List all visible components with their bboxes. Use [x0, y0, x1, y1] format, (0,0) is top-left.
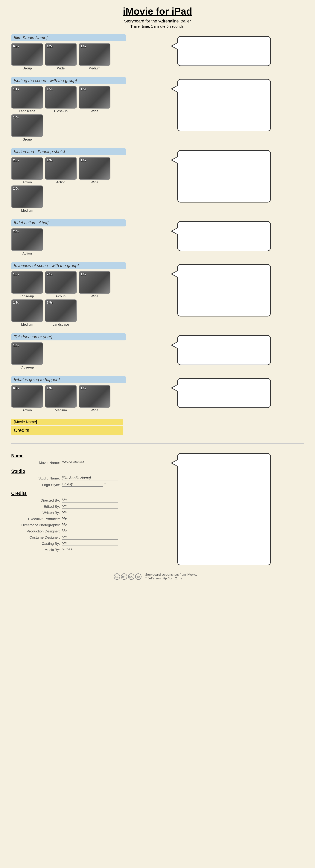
- thumb-duration: 1.9s: [81, 386, 86, 390]
- thumb-label: Wide: [57, 66, 65, 70]
- thumb-item-action-panning-0-1: 1.9s Action: [45, 157, 77, 184]
- section-what-happening-right: [138, 376, 304, 408]
- section-setting-scene-header: [setting the scene - with the group]: [11, 77, 126, 84]
- credits-field-value-8[interactable]: iTunes: [62, 547, 118, 552]
- note-box-what-happening: [177, 378, 271, 408]
- thumb-box-setting-scene-0-2[interactable]: 1.5s: [78, 86, 111, 108]
- thumb-label: Close-up: [54, 109, 68, 113]
- section-action-panning-row-0: 2.0s Action1.9s Action1.9s Wide: [11, 157, 138, 184]
- movie-name-label: Movie Name:: [19, 461, 60, 465]
- note-box-action-panning: [177, 150, 271, 203]
- section-what-happening-header: [what is going to happen]: [11, 376, 126, 383]
- thumb-box-action-panning-1-0[interactable]: 2.0s: [11, 185, 43, 208]
- divider: [11, 443, 304, 444]
- thumb-box-film-studio-0-0[interactable]: 0.8s: [11, 43, 43, 66]
- thumb-duration: 1.2s: [47, 45, 53, 48]
- thumb-box-action-panning-0-0[interactable]: 2.0s: [11, 157, 43, 180]
- thumb-box-action-panning-0-2[interactable]: 1.9s: [78, 157, 111, 180]
- thumb-duration: 1.8s: [81, 45, 86, 48]
- thumb-box-brief-action-0-0[interactable]: 2.0s: [11, 228, 43, 251]
- credits-field-label-4: Director of Photography:: [19, 523, 60, 527]
- credits-field-label-3: Executive Producer:: [19, 517, 60, 521]
- thumb-box-setting-scene-0-0[interactable]: 1.1s: [11, 86, 43, 108]
- name-section-title: Name: [11, 453, 138, 458]
- credits-field-label-6: Costume Designer:: [19, 535, 60, 539]
- thumb-item-film-studio-0-1: 1.2s Wide: [45, 43, 77, 70]
- thumb-box-setting-scene-1-0[interactable]: 1.0s: [11, 114, 43, 137]
- thumb-duration: 1.8s: [47, 301, 53, 304]
- thumb-box-overview-scene-1-1[interactable]: 1.8s: [45, 300, 77, 322]
- section-what-happening-row-0: 0.6s Action1.3s Medium1.9s Wide: [11, 385, 138, 412]
- thumb-label: Group: [56, 294, 65, 298]
- section-overview-scene-left: [overview of scene - with the group]1.9s…: [11, 262, 138, 328]
- credits-field-value-3[interactable]: Me: [62, 516, 118, 521]
- note-box-setting-scene: [177, 79, 271, 131]
- name-section: Name Movie Name: [Movie Name]: [11, 453, 138, 465]
- studio-name-label: Studio Name:: [19, 476, 60, 480]
- credits-field-label-1: Edited By:: [19, 504, 60, 509]
- thumb-duration: 1.9s: [81, 273, 86, 276]
- thumb-box-what-happening-0-2[interactable]: 1.9s: [78, 385, 111, 408]
- thumb-label: Medium: [89, 66, 100, 70]
- thumb-box-overview-scene-1-0[interactable]: 1.9s: [11, 300, 43, 322]
- thumb-duration: 1.0s: [13, 116, 19, 119]
- section-brief-action-header: [brief action - Shot]: [11, 219, 126, 226]
- subtitle: Storyboard for the 'Adrenaline' trailer: [11, 19, 304, 24]
- section-action-panning-header: [action and - Panning shots]: [11, 148, 126, 155]
- section-overview-scene-right: [138, 262, 304, 316]
- credits-field-value-1[interactable]: Me: [62, 504, 118, 509]
- studio-name-value[interactable]: [film Studio Name]: [62, 476, 118, 480]
- thumb-box-overview-scene-0-0[interactable]: 1.9s: [11, 271, 43, 293]
- logo-style-value[interactable]: Galaxy ▿: [62, 482, 138, 487]
- credits-details-section: Credits Directed By:MeEdited By:MeWritte…: [11, 491, 138, 552]
- thumb-label: Medium: [21, 323, 33, 327]
- thumb-box-what-happening-0-0[interactable]: 0.6s: [11, 385, 43, 408]
- thumb-box-overview-scene-0-2[interactable]: 1.9s: [78, 271, 111, 293]
- note-box-brief-action: [177, 221, 271, 251]
- movie-name-highlight-row: [Movie Name]: [11, 419, 138, 425]
- section-setting-scene-row-1: 1.0s Group: [11, 114, 138, 142]
- cc-icons: CC BY NC SA: [114, 574, 141, 580]
- section-brief-action-row-0: 2.0s Action: [11, 228, 138, 255]
- credits-details-title: Credits: [11, 491, 138, 496]
- section-action-panning-left: [action and - Panning shots]2.0s Action1…: [11, 148, 138, 214]
- thumb-duration: 1.5s: [47, 88, 53, 91]
- section-setting-scene: [setting the scene - with the group]1.1s…: [11, 77, 304, 143]
- thumb-box-setting-scene-0-1[interactable]: 1.5s: [45, 86, 77, 108]
- credits-field-value-4[interactable]: Me: [62, 523, 118, 527]
- movie-name-value[interactable]: [Movie Name]: [62, 460, 118, 465]
- thumb-item-setting-scene-1-0: 1.0s Group: [11, 114, 43, 142]
- thumb-box-overview-scene-0-1[interactable]: 2.1s: [45, 271, 77, 293]
- note-box-this-season: [177, 335, 271, 365]
- thumb-item-overview-scene-0-1: 2.1s Group: [45, 271, 77, 298]
- credits-field-value-0[interactable]: Me: [62, 498, 118, 502]
- credits-field-row-2: Written By:Me: [11, 510, 138, 515]
- thumb-box-film-studio-0-1[interactable]: 1.2s: [45, 43, 77, 66]
- thumb-duration: 0.6s: [13, 386, 19, 390]
- thumb-box-this-season-0-0[interactable]: 1.8s: [11, 342, 43, 365]
- credits-field-value-2[interactable]: Me: [62, 510, 118, 515]
- thumb-duration: 1.9s: [13, 273, 19, 276]
- thumb-box-action-panning-0-1[interactable]: 1.9s: [45, 157, 77, 180]
- thumb-item-what-happening-0-2: 1.9s Wide: [78, 385, 111, 412]
- movie-name-credits-row: [Movie Name] Credits: [11, 419, 304, 436]
- section-this-season: This [season or year]1.8s Close-up: [11, 333, 304, 371]
- note-box-overview-scene: [177, 264, 271, 316]
- thumb-label: Action: [56, 180, 65, 184]
- thumb-box-what-happening-0-1[interactable]: 1.3s: [45, 385, 77, 408]
- credits-field-label-5: Production Designer:: [19, 529, 60, 533]
- credits-field-value-6[interactable]: Me: [62, 535, 118, 539]
- credits-field-value-5[interactable]: Me: [62, 529, 118, 533]
- thumb-item-action-panning-1-0: 2.0s Medium: [11, 185, 43, 213]
- thumb-duration: 1.9s: [47, 159, 53, 162]
- thumb-item-brief-action-0-0: 2.0s Action: [11, 228, 43, 255]
- thumb-box-film-studio-0-2[interactable]: 1.8s: [78, 43, 111, 66]
- credits-field-value-7[interactable]: Me: [62, 541, 118, 546]
- section-brief-action: [brief action - Shot]2.0s Action: [11, 219, 304, 256]
- section-setting-scene-left: [setting the scene - with the group]1.1s…: [11, 77, 138, 143]
- section-action-panning-right: [138, 148, 304, 203]
- thumb-duration: 2.0s: [13, 230, 19, 233]
- thumb-duration: 2.0s: [13, 187, 19, 190]
- thumb-item-overview-scene-0-0: 1.9s Close-up: [11, 271, 43, 298]
- thumb-duration: 1.1s: [13, 88, 19, 91]
